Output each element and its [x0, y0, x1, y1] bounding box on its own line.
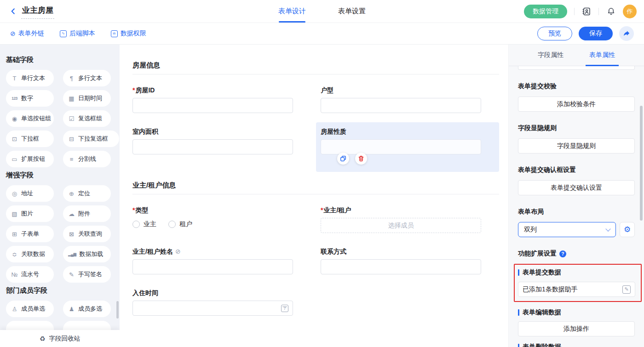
field-house-nature-selected[interactable]: 房屋性质 [321, 128, 481, 166]
field-library-sidebar: 基础字段 T 单行文本 ¶ 多行文本 123 数字 ▦ 日期时间 ◉ [0, 45, 120, 347]
script-icon: ∿ [60, 30, 67, 37]
recycle-bin-label: 字段回收站 [49, 335, 80, 343]
tab-form-settings[interactable]: 表单设置 [338, 0, 366, 23]
section-title-basic-fields: 基础字段 [6, 56, 120, 64]
panel-scrollbar[interactable] [640, 106, 643, 221]
member-picker[interactable]: 选择成员 [321, 218, 481, 233]
group-title-extension-settings: 功能扩展设置 ? [518, 250, 635, 258]
field-recycle-bin[interactable]: ♻ 字段回收站 [0, 330, 120, 347]
field-item-number[interactable]: 123 数字 [6, 90, 54, 107]
preview-button[interactable]: 预览 [537, 27, 572, 40]
text-input[interactable] [132, 259, 293, 274]
field-item-signature[interactable]: ✎ 手写签名 [63, 266, 111, 283]
back-chevron-icon[interactable] [7, 6, 18, 17]
canvas-section-owner-info: 业主/租户信息 [132, 181, 499, 194]
copy-field-button[interactable] [337, 153, 349, 165]
bell-icon[interactable] [606, 6, 616, 17]
field-item-attachment[interactable]: ☁ 附件 [63, 205, 111, 222]
subgroup-title-edit-data: 表单编辑数据 [518, 308, 635, 317]
blue-bar-icon [518, 309, 519, 316]
toolbar-links: ⊘ 表单外链 ∿ 后端脚本 ılı 数据权限 [10, 29, 146, 38]
delete-field-button[interactable] [355, 153, 367, 165]
text-input[interactable] [321, 259, 481, 274]
field-item-datetime[interactable]: ▦ 日期时间 [63, 90, 111, 107]
serial-number-icon: № [11, 272, 18, 278]
contacts-icon[interactable] [581, 6, 592, 17]
form-title[interactable]: 业主房屋 [21, 4, 54, 19]
field-item-subform[interactable]: ⊞ 子表单 [6, 226, 54, 242]
field-checkin-time[interactable]: 入住时间 7 [132, 289, 293, 316]
field-label: * 业主/租户 [321, 206, 481, 214]
field-item-image[interactable]: ▧ 图片 [6, 205, 54, 222]
field-item-location[interactable]: ⊕ 定位 [63, 185, 111, 202]
member-picker-placeholder: 选择成员 [388, 222, 414, 230]
radio-options: 业主 租户 [132, 220, 293, 228]
tab-field-properties[interactable]: 字段属性 [538, 45, 564, 66]
header-tabs: 表单设计 表单设置 [278, 0, 366, 23]
field-owner-tenant[interactable]: * 业主/租户 选择成员 [321, 206, 481, 233]
edit-pencil-icon[interactable]: ✎ [622, 285, 631, 294]
radio-group-icon: ◉ [11, 116, 18, 122]
field-item-data-load[interactable]: ▂▄▆ 数据加载 [63, 246, 111, 262]
field-item-related-query[interactable]: ⊠ 关联查询 [63, 226, 111, 242]
form-design-canvas: 房屋信息 * 房屋ID 户型 [120, 45, 508, 347]
share-button[interactable] [619, 26, 634, 41]
tab-form-design[interactable]: 表单设计 [278, 0, 306, 23]
radio-circle-icon [168, 221, 176, 228]
field-house-id[interactable]: * 房屋ID [132, 86, 293, 113]
field-item-divider-line[interactable]: ≡ 分割线 [63, 151, 111, 167]
field-item-member-multi[interactable]: ♟ 成员多选 [63, 301, 111, 317]
data-manage-button[interactable]: 数据管理 [524, 5, 567, 18]
backend-script-item[interactable]: ∿ 后端脚本 [60, 29, 95, 38]
sidebar-scrollbar[interactable] [116, 301, 119, 319]
field-item-address[interactable]: ◎ 地址 [6, 185, 54, 202]
help-icon[interactable]: ? [559, 250, 566, 257]
layout-settings-button[interactable]: ⚙ [620, 222, 635, 237]
field-item-dropdown-multi[interactable]: ⊟ 下拉复选框 [63, 131, 119, 147]
field-label: * 房屋ID [132, 86, 293, 94]
related-query-icon: ⊠ [68, 231, 75, 237]
data-assistant-item[interactable]: 已添加1条数据助手 ✎ [518, 282, 635, 297]
backend-script-label: 后端脚本 [69, 29, 95, 38]
field-item-multi-line-text[interactable]: ¶ 多行文本 [63, 70, 111, 86]
header-actions: 数据管理 作 [524, 5, 637, 18]
recycle-icon: ♻ [40, 335, 46, 342]
group-title-form-layout: 表单布局 [518, 208, 635, 216]
field-item-extend-button[interactable]: ▭ 扩展按钮 [6, 151, 54, 167]
field-indoor-area[interactable]: 室内面积 [132, 128, 293, 166]
text-input[interactable] [132, 139, 293, 154]
data-load-chart-icon: ▂▄▆ [68, 252, 76, 256]
add-operation-button-edit[interactable]: 添加操作 [518, 321, 635, 336]
field-item-checkbox-group[interactable]: ☑ 复选框组 [63, 110, 111, 127]
field-house-type[interactable]: 户型 [321, 86, 481, 113]
field-item-member-single[interactable]: ♙ 成员单选 [6, 301, 54, 317]
field-type-radio[interactable]: * 类型 业主 租户 [132, 206, 293, 233]
properties-panel: 字段属性 表单属性 表单提交校验 添加校验条件 字段显隐规则 字段显隐规则 表单… [508, 45, 644, 347]
address-pin-icon: ◎ [11, 191, 18, 197]
add-validation-button[interactable]: 添加校验条件 [518, 97, 635, 112]
field-item-radio-group[interactable]: ◉ 单选按钮组 [6, 110, 54, 127]
confirm-settings-button[interactable]: 表单提交确认设置 [518, 180, 635, 195]
field-owner-name[interactable]: 业主/租户姓名 ⊘ [132, 248, 293, 274]
layout-select[interactable]: 双列 [518, 222, 616, 237]
field-item-dropdown[interactable]: ⊡ 下拉框 [6, 131, 54, 147]
toolbar-actions: 预览 保存 [537, 26, 634, 41]
radio-option-owner[interactable]: 业主 [132, 220, 156, 228]
field-item-serial-number[interactable]: № 流水号 [6, 266, 54, 283]
save-button[interactable]: 保存 [579, 27, 613, 40]
group-title-visibility-rules: 字段显隐规则 [518, 124, 635, 132]
radio-option-tenant[interactable]: 租户 [168, 220, 192, 228]
text-input[interactable] [321, 98, 481, 113]
visibility-rules-button[interactable]: 字段显隐规则 [518, 138, 635, 154]
data-permission-item[interactable]: ılı 数据权限 [111, 29, 146, 38]
external-link-item[interactable]: ⊘ 表单外链 [10, 29, 44, 38]
field-item-single-line-text[interactable]: T 单行文本 [6, 70, 54, 86]
user-avatar[interactable]: 作 [623, 5, 637, 18]
main-layout: 基础字段 T 单行文本 ¶ 多行文本 123 数字 ▦ 日期时间 ◉ [0, 45, 644, 347]
tab-form-properties[interactable]: 表单属性 [589, 45, 615, 66]
field-contact[interactable]: 联系方式 [321, 248, 481, 274]
field-action-buttons [337, 153, 498, 165]
text-input[interactable] [132, 98, 293, 113]
date-input[interactable]: 7 [132, 301, 293, 316]
field-item-related-data[interactable]: ≎ 关联数据 [6, 246, 54, 262]
